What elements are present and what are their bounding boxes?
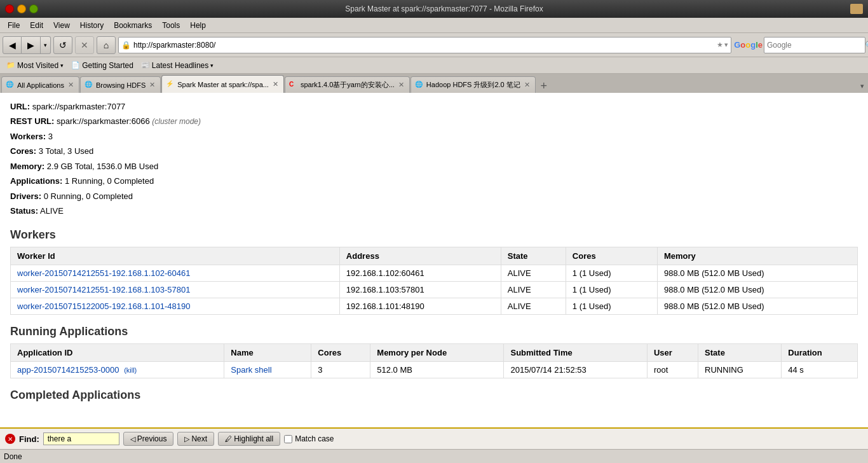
search-input-wrap[interactable]: 🔍 [764,37,865,53]
bookmark-most-visited[interactable]: 📁 Most Visited ▾ [4,60,66,71]
window-title: Spark Master at spark://sparkmaster:7077… [43,4,845,13]
menu-history[interactable]: History [75,20,109,31]
worker-id-link[interactable]: worker-20150715122005-192.168.1.101-4819… [17,301,191,311]
stop-button[interactable]: ✕ [75,36,94,54]
forward-button[interactable]: ▶ [22,36,41,54]
tab-spark-master[interactable]: ⚡ Spark Master at spark://spa... ✕ [161,75,284,93]
address-dropdown-icon[interactable]: ▾ [724,41,728,49]
tab-close-4[interactable]: ✕ [523,80,531,90]
workers-col-cores: Cores [566,247,657,265]
tab-close-0[interactable]: ✕ [67,80,75,90]
find-next-button[interactable]: ▷ Next [177,432,214,446]
menu-edit[interactable]: Edit [25,20,48,31]
back-button[interactable]: ◀ [3,36,22,54]
bookmark-headlines-arrow: ▾ [210,62,214,69]
tab-close-3[interactable]: ✕ [397,80,405,90]
home-button[interactable]: ⌂ [97,36,116,54]
new-tab-button[interactable]: + [536,79,552,93]
apps-col-id: Application ID [11,344,224,362]
back-forward-dropdown[interactable]: ▾ [41,36,51,54]
tab-browsing-hdfs[interactable]: 🌐 Browsing HDFS ✕ [80,76,161,93]
apps-col-name: Name [224,344,311,362]
star-icon[interactable]: ★ [717,41,723,49]
minimize-window-button[interactable] [17,4,26,13]
tab-favicon-3: C [289,81,298,90]
tab-close-2[interactable]: ✕ [271,79,280,89]
app-name-cell: Spark shell [224,362,311,378]
reload-button[interactable]: ↺ [53,36,72,54]
rest-url-label: REST URL: [10,116,54,126]
find-close-button[interactable]: ✕ [5,434,15,444]
title-bar: Spark Master at spark://sparkmaster:7077… [0,0,868,18]
app-name-link[interactable]: Spark shell [231,365,271,375]
table-row: worker-20150714212551-192.168.1.102-6046… [11,265,858,282]
highlight-icon: 🖊 [225,435,232,443]
maximize-window-button[interactable] [29,4,38,13]
google-g2: g [750,40,756,50]
url-label: URL: [10,102,30,111]
tab-label-2: Spark Master at spark://spa... [177,81,269,88]
menu-file[interactable]: File [3,20,25,31]
workers-label: Workers: [10,132,46,141]
cluster-info: URL: spark://sparkmaster:7077 REST URL: … [10,99,858,218]
app-id-cell: app-20150714215253-0000 (kill) [11,362,224,378]
menu-bookmarks[interactable]: Bookmarks [109,20,157,31]
worker-id-link[interactable]: worker-20150714212551-192.168.1.102-6046… [17,268,191,278]
tab-scroll-button[interactable]: ▾ [858,79,867,93]
tab-hadoop-hdfs[interactable]: 🌐 Hadoop HDFS 升级到2.0 笔记 ✕ [410,76,536,93]
search-input[interactable] [767,41,862,50]
find-previous-label: Previous [137,434,167,443]
menu-help[interactable]: Help [185,20,211,31]
main-content: URL: spark://sparkmaster:7077 REST URL: … [0,93,868,427]
worker-id-link[interactable]: worker-20150714212551-192.168.1.103-5780… [17,285,191,294]
find-previous-button[interactable]: ◁ Previous [123,432,174,446]
bookmark-latest-headlines-label: Latest Headlines [152,61,208,70]
nav-bar: ◀ ▶ ▾ ↺ ✕ ⌂ 🔒 ★ ▾ Google 🔍 [0,33,868,57]
highlight-all-button[interactable]: 🖊 Highlight all [218,432,280,446]
window-icon [850,4,863,14]
worker-state-cell: ALIVE [501,265,566,282]
tab-all-applications[interactable]: 🌐 All Applications ✕ [1,76,79,93]
url-value: spark://sparkmaster:7077 [32,102,126,111]
menu-tools[interactable]: Tools [157,20,185,31]
drivers-label: Drivers: [10,191,41,201]
worker-id-cell: worker-20150714212551-192.168.1.103-5780… [11,282,340,298]
tab-favicon-4: 🌐 [415,81,424,90]
worker-memory-cell: 988.0 MB (512.0 MB Used) [657,265,857,282]
match-case-wrap: Match case [284,434,334,443]
bookmark-getting-started[interactable]: 📄 Getting Started [69,60,136,71]
tab-spark140[interactable]: C spark1.4.0基于yarn的安装心... ✕ [285,76,410,93]
find-label: Find: [19,434,39,444]
app-user-cell: root [647,362,698,378]
address-bar[interactable]: 🔒 ★ ▾ [118,37,731,53]
search-bar: Google 🔍 [734,37,865,53]
tab-close-1[interactable]: ✕ [148,80,156,90]
completed-apps-section-title: Completed Applications [10,389,858,402]
window-controls[interactable] [5,4,38,13]
match-case-checkbox[interactable] [284,435,292,443]
app-memory-cell: 512.0 MB [370,362,504,378]
app-id-link[interactable]: app-20150714215253-0000 [17,365,119,375]
applications-value: 1 Running, 0 Completed [65,176,154,186]
find-input[interactable] [43,432,119,445]
apps-col-user: User [647,344,698,362]
worker-memory-cell: 988.0 MB (512.0 MB Used) [657,298,857,315]
bookmark-latest-headlines[interactable]: 📰 Latest Headlines ▾ [139,60,216,71]
app-kill-link[interactable]: (kill) [124,366,137,374]
status-value: ALIVE [40,206,64,216]
apps-col-memory: Memory per Node [370,344,504,362]
highlight-all-label: Highlight all [234,434,273,443]
google-e: e [758,40,763,50]
address-input[interactable] [133,41,714,50]
close-window-button[interactable] [5,4,14,13]
status-text: Done [4,452,22,461]
table-row: worker-20150715122005-192.168.1.101-4819… [11,298,858,315]
find-bar: ✕ Find: ◁ Previous ▷ Next 🖊 Highlight al… [0,427,868,449]
bookmark-most-visited-arrow: ▾ [60,62,64,69]
address-security-icon: 🔒 [121,41,131,50]
workers-col-state: State [501,247,566,265]
running-apps-section-title: Running Applications [10,325,858,338]
find-prev-arrow-icon: ◁ [130,435,135,443]
search-button-icon[interactable]: 🔍 [865,41,868,50]
menu-view[interactable]: View [48,20,75,31]
